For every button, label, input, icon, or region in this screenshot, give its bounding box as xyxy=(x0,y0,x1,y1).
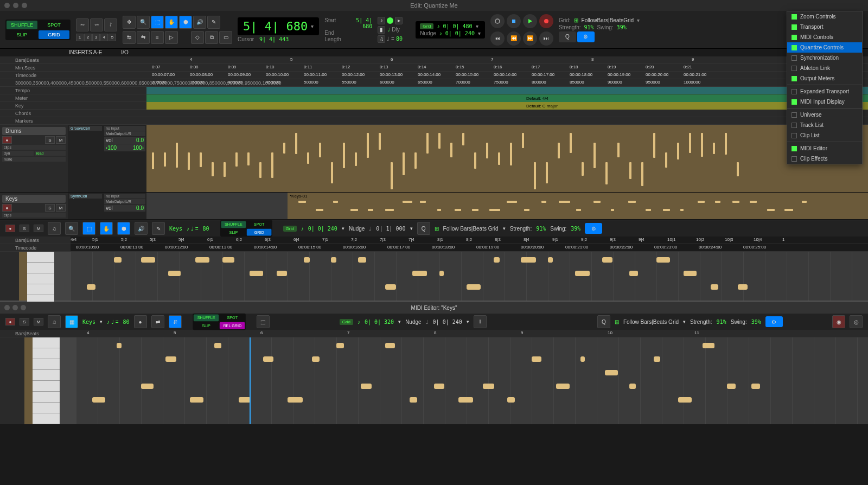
midi-track-name[interactable]: Keys xyxy=(169,226,182,232)
rtz-button[interactable]: ⏮ xyxy=(490,31,505,46)
maximize-icon[interactable] xyxy=(21,305,26,310)
mute-button[interactable]: M xyxy=(56,204,66,212)
ruler-key[interactable]: Key xyxy=(0,102,146,109)
menu-item-synchronization[interactable]: Synchronization xyxy=(787,53,862,63)
record-arm-button[interactable]: ● xyxy=(2,204,12,212)
target2-icon[interactable]: ◎ xyxy=(850,315,863,328)
tempo-value[interactable]: 80 xyxy=(396,36,403,42)
solo-button[interactable]: S xyxy=(45,136,55,144)
scrub-icon[interactable]: 🔊 xyxy=(135,222,148,235)
io-output[interactable]: MainOutputL/R xyxy=(104,131,145,136)
record-arm-button[interactable]: ● xyxy=(2,136,12,144)
end-button[interactable]: ⏭ xyxy=(539,31,553,46)
tab-transient-icon[interactable]: ↹ xyxy=(123,31,136,44)
piano-keyboard[interactable] xyxy=(27,252,54,301)
minimize-icon[interactable] xyxy=(12,305,18,310)
settings-icon[interactable]: ⚙ xyxy=(765,316,783,327)
midi-piano-roll[interactable] xyxy=(71,252,868,301)
piano-keyboard[interactable] xyxy=(33,337,60,424)
menu-item-clip-effects[interactable]: Clip Effects xyxy=(787,154,862,164)
clips-selector[interactable]: clips xyxy=(2,145,66,150)
track-name-keys[interactable]: Keys xyxy=(2,195,66,203)
cursor-icon[interactable]: ⬚ xyxy=(82,222,95,235)
ruler-tempo[interactable]: Tempo xyxy=(0,87,146,94)
mute-button[interactable]: M xyxy=(34,318,43,326)
quantize-settings-button[interactable]: ⚙ xyxy=(577,31,595,42)
menu-item-midi-editor[interactable]: MIDI Editor xyxy=(787,143,862,154)
zoomer-tool-icon[interactable]: ⥊ xyxy=(76,18,89,31)
io-input[interactable]: no input xyxy=(104,126,145,131)
zoom-preset-4[interactable]: 4 xyxy=(100,34,108,41)
zoom-tool-icon[interactable]: ✥ xyxy=(123,16,136,29)
notes-view-icon[interactable]: ♫ xyxy=(48,315,61,328)
record-button[interactable] xyxy=(539,14,553,28)
automation-icon[interactable]: ◇ xyxy=(191,31,204,44)
quantize-icon[interactable]: Q xyxy=(417,222,430,235)
midi-settings-icon[interactable]: ⚙ xyxy=(585,223,602,234)
midi-bpm[interactable]: 80 xyxy=(203,226,209,232)
quantize-grid-icon[interactable]: ⊞ xyxy=(615,319,619,325)
pencil-tool-icon[interactable]: ✎ xyxy=(207,16,220,29)
mute-button[interactable]: M xyxy=(34,225,43,232)
solo-button[interactable]: S xyxy=(20,318,29,326)
trim-tool-icon[interactable]: ⥋ xyxy=(90,18,103,31)
main-counter[interactable]: 5| 4| 680 xyxy=(243,20,308,33)
sel-length[interactable] xyxy=(345,36,372,42)
shuffle-mode-button[interactable]: SHUFFLE xyxy=(7,21,37,29)
mirror-icon[interactable]: ⧉ xyxy=(205,31,218,44)
sel-end[interactable] xyxy=(345,30,372,36)
scrubber-tool-icon[interactable]: 🔊 xyxy=(193,16,206,29)
ruler-markers[interactable]: Markers xyxy=(0,117,146,124)
online-button[interactable] xyxy=(490,14,505,28)
playhead[interactable] xyxy=(250,337,251,424)
solo-button[interactable]: S xyxy=(45,204,55,212)
grabber-tool-icon[interactable]: ✋ xyxy=(165,16,178,29)
menu-item-quantize-controls[interactable]: Quantize Controls xyxy=(787,42,862,53)
rewind-button[interactable]: ⏪ xyxy=(507,31,521,46)
cursor-tool-icon[interactable]: ⬚ xyxy=(151,16,164,29)
click-on-icon[interactable] xyxy=(387,17,393,24)
forward-button[interactable]: ⏩ xyxy=(523,31,537,46)
grid-badge[interactable]: Grid xyxy=(420,23,433,29)
zoom-preset-3[interactable]: 3 xyxy=(92,34,100,41)
menu-item-universe[interactable]: Universe xyxy=(787,110,862,120)
link-icon[interactable]: ⇆ xyxy=(137,31,150,44)
playback-icon[interactable]: ▷ xyxy=(165,31,178,44)
slip-mode-button[interactable]: SLIP xyxy=(7,30,37,39)
close-icon[interactable] xyxy=(4,305,10,310)
midi-grid[interactable]: 0| 0| 240 xyxy=(308,226,337,232)
menu-item-zoom-controls[interactable]: Zoom Controls xyxy=(787,11,862,22)
mute-button[interactable]: M xyxy=(56,136,66,144)
magnify-icon[interactable]: 🔍 xyxy=(137,16,150,29)
track-name-drums[interactable]: Drums xyxy=(2,127,66,135)
midi-follow[interactable]: Follow Bars|Beats Grid xyxy=(443,226,499,232)
superimposed-icon[interactable]: ▦ xyxy=(65,315,78,328)
menu-item-midi-controls[interactable]: MIDI Controls xyxy=(787,32,862,42)
quantize-strength[interactable]: 91% xyxy=(584,24,594,30)
ruler-meter[interactable]: Meter xyxy=(0,94,146,101)
ruler-minsecs[interactable]: Min:Secs xyxy=(0,64,146,71)
menu-item-output-meters[interactable]: Output Meters xyxy=(787,73,862,84)
zoom-icon[interactable]: 🔍 xyxy=(65,222,78,235)
target-icon[interactable]: ◉ xyxy=(832,315,845,328)
spot-mode-button[interactable]: SPOT xyxy=(39,21,69,29)
close-icon[interactable] xyxy=(4,3,10,8)
quantize-grid-icon[interactable]: ⊞ xyxy=(574,17,578,23)
selector-tool-icon[interactable]: ⥌ xyxy=(104,18,117,31)
stop-button[interactable] xyxy=(507,14,521,28)
ruler-timecode[interactable]: Timecode xyxy=(0,72,146,79)
menu-item-transport[interactable]: Transport xyxy=(787,22,862,32)
cursor-icon[interactable]: ⬚ xyxy=(257,315,270,328)
keys-clip[interactable]: *Keys-01 xyxy=(146,193,868,219)
quantize-grid-icon[interactable]: ⊞ xyxy=(435,226,439,232)
maximize-icon[interactable] xyxy=(22,3,27,8)
menu-item-expanded-transport[interactable]: Expanded Transport xyxy=(787,86,862,97)
smart-icon[interactable]: ⬢ xyxy=(117,222,130,235)
insertion-icon[interactable]: ≡ xyxy=(151,31,164,44)
insert-synthcell[interactable]: SynthCell xyxy=(69,194,102,199)
sel-start[interactable]: 5| 4| 680 xyxy=(345,17,372,29)
pencil-icon[interactable]: ✎ xyxy=(152,222,165,235)
ruler-barsbeats[interactable]: Bars|Beats xyxy=(0,56,146,63)
countoff-icon[interactable]: ▸ xyxy=(395,17,403,24)
menu-item-ableton-link[interactable]: Ableton Link xyxy=(787,63,862,73)
